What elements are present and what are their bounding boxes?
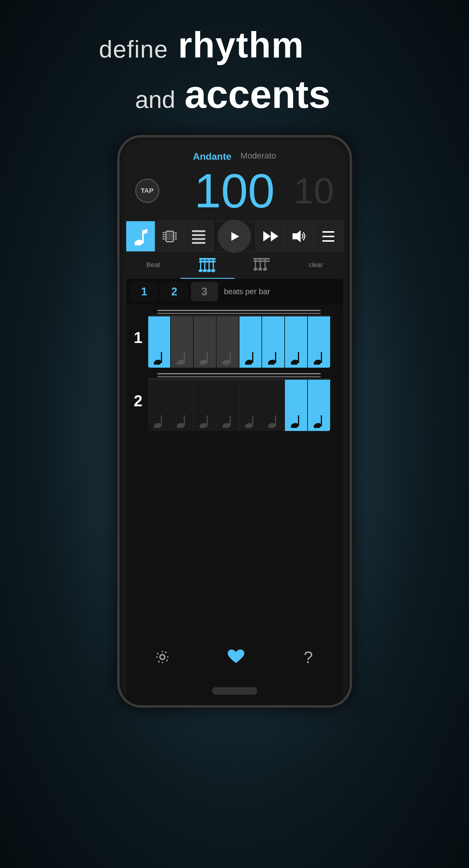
svg-point-48 <box>199 359 208 365</box>
cell-1-1[interactable] <box>148 316 171 368</box>
tab2[interactable]: >>>> <box>180 252 235 279</box>
volume-button[interactable] <box>284 221 314 251</box>
svg-rect-1 <box>142 230 144 244</box>
svg-rect-47 <box>184 352 185 363</box>
cell-1-5[interactable] <box>239 316 262 368</box>
heart-button[interactable] <box>226 648 246 666</box>
bpb-1-button[interactable]: 1 <box>131 282 158 301</box>
phone-device: Andante Moderato TAP 100 10 <box>117 135 352 708</box>
svg-point-64 <box>199 422 208 428</box>
svg-rect-73 <box>298 415 299 426</box>
svg-rect-13 <box>192 234 205 236</box>
bpm-display: 100 <box>194 164 275 218</box>
cell-1-8[interactable] <box>308 316 330 368</box>
svg-rect-45 <box>161 352 162 363</box>
svg-rect-51 <box>230 352 231 363</box>
rewind-button[interactable] <box>256 221 285 251</box>
menu-button[interactable] <box>314 221 343 251</box>
tempo-header: Andante Moderato TAP 100 10 <box>126 147 343 221</box>
svg-rect-15 <box>192 242 205 244</box>
svg-point-32 <box>211 269 216 273</box>
svg-rect-71 <box>275 415 276 426</box>
svg-rect-53 <box>252 352 253 363</box>
cell-2-4[interactable] <box>216 380 239 431</box>
svg-point-62 <box>176 422 185 428</box>
cell-1-6[interactable] <box>262 316 285 368</box>
svg-point-46 <box>176 359 185 365</box>
svg-point-66 <box>222 422 231 428</box>
svg-point-0 <box>134 239 144 245</box>
play-button[interactable] <box>213 221 256 251</box>
clear-tab[interactable]: clear <box>289 252 343 279</box>
row-1-number: 1 <box>131 307 146 368</box>
svg-rect-49 <box>207 352 208 363</box>
cell-1-2[interactable] <box>171 316 194 368</box>
cell-2-8[interactable] <box>308 380 330 431</box>
settings-button[interactable] <box>153 648 171 666</box>
hero-line2-small: and <box>135 86 175 113</box>
svg-point-54 <box>267 359 276 365</box>
svg-rect-67 <box>230 415 231 426</box>
row-2-number: 2 <box>131 371 146 431</box>
tempo-moderato[interactable]: Moderato <box>240 151 276 162</box>
bpm-secondary: 10 <box>294 170 334 212</box>
tempo-andante[interactable]: Andante <box>193 151 231 162</box>
phone-bottom: ? <box>126 639 343 705</box>
tab3[interactable]: >>> <box>235 252 289 279</box>
svg-point-74 <box>313 422 322 428</box>
svg-point-52 <box>244 359 253 365</box>
cell-2-5[interactable] <box>239 380 262 431</box>
help-button[interactable]: ? <box>301 648 316 666</box>
svg-point-30 <box>202 269 207 273</box>
svg-point-68 <box>244 422 253 428</box>
svg-rect-21 <box>322 236 334 237</box>
lines-button[interactable] <box>185 221 213 251</box>
svg-rect-75 <box>321 415 322 426</box>
beat-tab[interactable]: Beat <box>126 252 180 279</box>
hero-text: define rhythm and accents <box>99 24 370 117</box>
cell-2-2[interactable] <box>171 380 194 431</box>
svg-rect-12 <box>192 230 205 232</box>
svg-marker-19 <box>293 230 301 242</box>
svg-point-41 <box>258 267 263 271</box>
cell-1-3[interactable] <box>194 316 216 368</box>
svg-marker-18 <box>263 231 271 241</box>
svg-rect-55 <box>275 352 276 363</box>
hero-line1-small: define <box>99 36 168 63</box>
bpb-2-button[interactable]: 2 <box>161 282 188 301</box>
bpb-3-button[interactable]: 3 <box>191 282 218 301</box>
svg-point-31 <box>207 269 211 273</box>
toolbar <box>126 221 343 251</box>
svg-point-42 <box>263 267 267 271</box>
cell-1-4[interactable] <box>216 316 239 368</box>
cell-2-7[interactable] <box>285 380 308 431</box>
cell-1-7[interactable] <box>285 316 308 368</box>
tap-button[interactable]: TAP <box>135 179 159 203</box>
svg-point-44 <box>153 359 162 365</box>
svg-point-60 <box>153 422 162 428</box>
hero-line2-big: accents <box>185 72 330 116</box>
cell-2-1[interactable] <box>148 380 171 431</box>
svg-point-56 <box>290 359 299 365</box>
svg-marker-17 <box>271 231 278 241</box>
svg-rect-69 <box>252 415 253 426</box>
screen: Andante Moderato TAP 100 10 <box>126 147 343 705</box>
note-button[interactable] <box>126 221 156 251</box>
home-indicator <box>212 687 257 695</box>
cell-2-3[interactable] <box>194 380 216 431</box>
play-circle <box>218 220 251 253</box>
svg-point-72 <box>290 422 299 428</box>
svg-rect-65 <box>207 415 208 426</box>
svg-rect-20 <box>322 231 334 233</box>
svg-point-29 <box>198 269 203 273</box>
rhythm-grid: 1 <box>126 304 343 639</box>
svg-rect-61 <box>161 415 162 426</box>
cell-2-6[interactable] <box>262 380 285 431</box>
vibrate-button[interactable] <box>155 221 185 251</box>
tempo-labels: Andante Moderato <box>132 151 337 162</box>
beats-per-bar-row: 1 2 3 beats per bar <box>126 279 343 304</box>
svg-marker-16 <box>231 232 239 241</box>
svg-point-77 <box>160 655 165 659</box>
svg-rect-14 <box>192 238 205 240</box>
svg-rect-57 <box>298 352 299 363</box>
